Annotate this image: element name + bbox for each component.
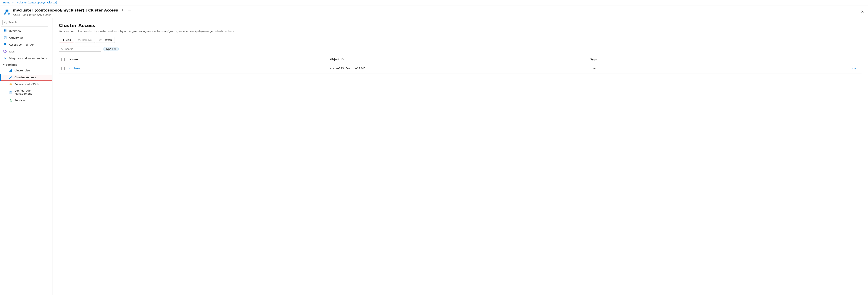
- breadcrumb-home[interactable]: Home: [3, 1, 10, 4]
- sidebar-item-config-label: Configuration Management: [14, 89, 49, 95]
- select-all-checkbox[interactable]: [61, 58, 65, 61]
- svg-line-45: [63, 50, 64, 50]
- page-header-title: mycluster (contosopool/mycluster) | Clus…: [13, 7, 860, 13]
- row-checkbox-col: [61, 67, 69, 70]
- sidebar-item-access-control[interactable]: Access control (IAM): [0, 41, 52, 48]
- sidebar-item-services[interactable]: Services: [0, 97, 52, 104]
- favorite-button[interactable]: ★: [120, 7, 125, 13]
- svg-point-2: [4, 13, 6, 15]
- sidebar-item-activity-log[interactable]: Activity log: [0, 34, 52, 41]
- table-search-input[interactable]: [65, 48, 99, 51]
- table-header: Name Object ID Type: [59, 56, 862, 63]
- sidebar-item-cluster-access-label: Cluster Access: [14, 76, 36, 79]
- sidebar: « Overview Activity log: [0, 18, 53, 295]
- row-name-link[interactable]: contoso: [69, 67, 80, 70]
- filter-search-icon: [61, 48, 64, 50]
- svg-point-33: [10, 101, 11, 102]
- svg-line-7: [6, 23, 7, 23]
- svg-point-6: [4, 21, 6, 23]
- type-filter-label: Type : All: [106, 48, 117, 51]
- cluster-size-icon: [9, 68, 12, 72]
- svg-point-44: [61, 48, 63, 50]
- svg-line-20: [5, 57, 5, 59]
- refresh-icon: [99, 38, 101, 41]
- sidebar-item-diagnose-label: Diagnose and solve problems: [9, 57, 48, 60]
- access-table: Name Object ID Type contoso abcde-12345-…: [59, 56, 862, 73]
- row-ellipsis-button[interactable]: ···: [851, 66, 858, 71]
- header-object-id: Object ID: [330, 58, 591, 61]
- svg-line-37: [11, 100, 11, 101]
- config-icon: [9, 90, 12, 94]
- search-icon: [4, 21, 7, 24]
- sidebar-search-input[interactable]: [8, 21, 44, 24]
- sidebar-item-cluster-size[interactable]: Cluster size: [0, 67, 52, 74]
- row-type: User: [590, 67, 851, 70]
- table-row: contoso abcde-12345-abcde-12345 User ···: [59, 63, 862, 73]
- iam-icon: [3, 43, 7, 47]
- row-checkbox[interactable]: [61, 67, 65, 70]
- sidebar-item-ssh-label: Secure shell (SSH): [14, 83, 39, 86]
- sidebar-collapse-button[interactable]: «: [48, 20, 52, 25]
- services-icon: [9, 98, 12, 102]
- activity-log-icon: [3, 36, 7, 39]
- add-button[interactable]: Add: [59, 37, 74, 43]
- breadcrumb: Home > mycluster (contosopool/mycluster): [0, 0, 868, 5]
- svg-rect-11: [5, 31, 6, 32]
- sidebar-item-ssh[interactable]: Secure shell (SSH): [0, 81, 52, 88]
- close-button[interactable]: ✕: [860, 9, 865, 15]
- row-more-actions: ···: [851, 66, 859, 71]
- content-area: Cluster Access You can control access to…: [53, 18, 868, 295]
- svg-rect-23: [9, 70, 10, 72]
- sidebar-item-config-management[interactable]: Configuration Management: [0, 88, 52, 97]
- svg-line-21: [5, 58, 6, 59]
- row-object-id: abcde-12345-abcde-12345: [330, 67, 591, 70]
- type-filter-tag[interactable]: Type : All: [103, 47, 119, 51]
- header-actions: [851, 58, 859, 61]
- sidebar-item-activity-log-label: Activity log: [9, 36, 24, 39]
- add-icon: [62, 38, 65, 41]
- svg-rect-24: [10, 70, 11, 72]
- svg-rect-40: [78, 39, 80, 41]
- tags-icon: [3, 50, 7, 53]
- header-name: Name: [69, 58, 330, 61]
- more-options-button[interactable]: ···: [127, 7, 131, 13]
- remove-button[interactable]: Remove: [75, 37, 95, 43]
- settings-section-label: Settings: [6, 63, 17, 66]
- sidebar-item-cluster-access[interactable]: Cluster Access: [0, 74, 52, 81]
- svg-rect-10: [4, 31, 5, 32]
- sidebar-item-diagnose[interactable]: Diagnose and solve problems: [0, 55, 52, 62]
- svg-point-34: [11, 101, 12, 102]
- title-group: mycluster (contosopool/mycluster) | Clus…: [13, 7, 860, 16]
- sidebar-search-area: [1, 18, 48, 27]
- filter-row: Type : All: [59, 46, 862, 52]
- svg-line-36: [10, 100, 11, 101]
- cluster-icon: [3, 8, 10, 15]
- search-filter[interactable]: [59, 46, 101, 52]
- ssh-icon: [9, 82, 12, 86]
- sidebar-item-tags-label: Tags: [9, 50, 15, 53]
- top-bar: mycluster (contosopool/mycluster) | Clus…: [0, 5, 868, 18]
- settings-section-header[interactable]: ▾ Settings: [0, 62, 52, 67]
- settings-collapse-icon: ▾: [3, 63, 4, 66]
- svg-rect-8: [4, 29, 5, 31]
- diagnose-icon: [3, 57, 7, 60]
- sidebar-item-services-label: Services: [14, 99, 26, 102]
- remove-icon: [78, 38, 81, 41]
- breadcrumb-cluster[interactable]: mycluster (contosopool/mycluster): [15, 1, 57, 4]
- sidebar-item-cluster-size-label: Cluster size: [14, 69, 30, 72]
- refresh-button[interactable]: Refresh: [96, 37, 115, 43]
- sidebar-navigation: Overview Activity log Access control (IA…: [0, 27, 52, 105]
- sidebar-item-overview[interactable]: Overview: [0, 27, 52, 34]
- svg-rect-9: [5, 29, 6, 31]
- page-subtitle: Azure HDInsight on AKS cluster: [13, 13, 860, 16]
- svg-point-35: [10, 99, 11, 100]
- svg-rect-25: [11, 69, 12, 72]
- breadcrumb-separator: >: [11, 1, 13, 4]
- page-title: Cluster Access: [59, 23, 862, 28]
- sidebar-item-tags[interactable]: Tags: [0, 48, 52, 55]
- row-name: contoso: [69, 67, 330, 70]
- sidebar-search-box[interactable]: [2, 20, 46, 25]
- cluster-access-icon: [9, 76, 12, 79]
- svg-point-1: [6, 10, 8, 12]
- main-layout: « Overview Activity log: [0, 18, 868, 295]
